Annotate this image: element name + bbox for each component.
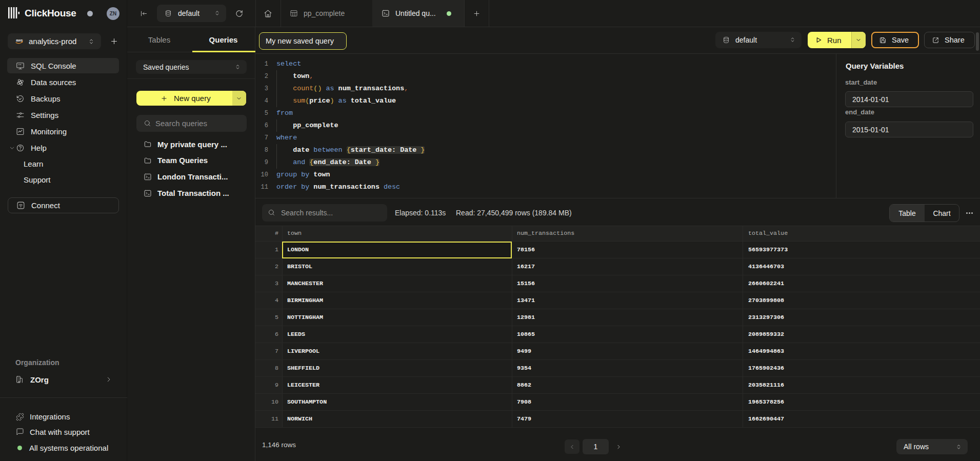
- svg-text:aws: aws: [16, 38, 23, 43]
